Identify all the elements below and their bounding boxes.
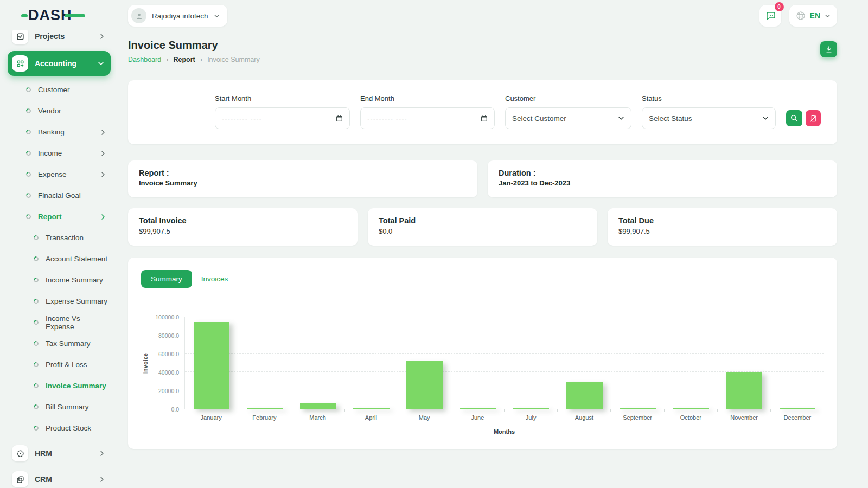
bar-slot — [558, 317, 611, 409]
start-month-input[interactable]: --------- ---- — [215, 107, 350, 129]
language-selector[interactable]: EN — [789, 5, 837, 27]
customer-label: Customer — [505, 94, 631, 102]
chart-tabs: Summary Invoices — [141, 270, 824, 288]
tab-invoices[interactable]: Invoices — [201, 275, 228, 283]
download-button[interactable] — [820, 41, 837, 57]
total-invoice-card: Total Invoice $99,907.5 — [128, 208, 358, 246]
y-tick-label: 100000.0 — [155, 314, 179, 320]
tab-summary[interactable]: Summary — [141, 270, 192, 288]
customer-select-value: Select Customer — [512, 114, 566, 123]
sidebar-item-bill-summary[interactable]: Bill Summary — [8, 396, 111, 418]
language-code: EN — [810, 11, 820, 20]
status-select-value: Select Status — [649, 114, 692, 123]
sidebar-item-finacial-goal[interactable]: Finacial Goal — [8, 185, 111, 206]
duration-info-value: Jan-2023 to Dec-2023 — [499, 179, 826, 187]
total-paid-card: Total Paid $0.0 — [368, 208, 597, 246]
apply-filter-button[interactable] — [786, 110, 802, 126]
reset-filter-button[interactable] — [806, 110, 821, 126]
bullet-icon — [25, 86, 32, 93]
sidebar-item-customer[interactable]: Customer — [8, 79, 111, 100]
total-due-value: $99,907.5 — [618, 227, 826, 235]
bullet-icon — [33, 382, 40, 389]
bar-june[interactable] — [460, 408, 496, 409]
bar-november[interactable] — [726, 372, 762, 409]
bar-december[interactable] — [780, 408, 816, 409]
x-axis-title: Months — [141, 428, 824, 435]
logo-left-dash-icon — [21, 14, 28, 17]
sidebar-item-banking[interactable]: Banking — [8, 121, 111, 143]
bullet-icon — [33, 298, 40, 305]
bullet-icon — [25, 171, 32, 178]
bar-april[interactable] — [353, 408, 390, 409]
y-tick-label: 80000.0 — [158, 332, 179, 339]
end-month-input[interactable]: --------- ---- — [360, 107, 495, 129]
sidebar: DASH Projects Accounting — [0, 0, 116, 488]
bullet-icon — [33, 234, 40, 241]
sidebar-item-label: Profit & Loss — [46, 361, 87, 369]
bars-row — [185, 317, 824, 409]
chevron-right-icon — [101, 129, 105, 136]
messages-button[interactable]: 0 — [760, 5, 781, 27]
sidebar-item-expense-summary[interactable]: Expense Summary — [8, 291, 111, 312]
bar-july[interactable] — [513, 408, 550, 409]
sidebar-item-income[interactable]: Income — [8, 143, 111, 164]
page-title: Invoice Summary — [128, 39, 260, 52]
sidebar-item-hrm[interactable]: HRM — [8, 441, 111, 466]
bar-slot — [291, 317, 344, 409]
bar-september[interactable] — [620, 408, 656, 409]
sidebar-item-transaction[interactable]: Transaction — [8, 227, 111, 248]
sidebar-item-label: Customer — [38, 86, 70, 94]
total-paid-value: $0.0 — [379, 227, 586, 235]
bar-slot — [505, 317, 558, 409]
status-select[interactable]: Select Status — [642, 107, 776, 129]
status-label: Status — [642, 94, 776, 102]
start-month-label: Start Month — [215, 94, 350, 102]
top-header: Rajodiya infotech 0 EN — [128, 0, 837, 31]
sidebar-item-vendor[interactable]: Vendor — [8, 100, 111, 121]
company-selector[interactable]: Rajodiya infotech — [128, 5, 227, 27]
sidebar-item-crm[interactable]: CRM — [8, 467, 111, 488]
bar-october[interactable] — [673, 408, 709, 409]
sidebar-item-tax-summary[interactable]: Tax Summary — [8, 333, 111, 354]
bar-january[interactable] — [194, 322, 230, 409]
app-logo[interactable]: DASH — [28, 7, 72, 24]
chevron-down-icon — [762, 116, 769, 120]
bullet-icon — [33, 319, 40, 326]
bar-march[interactable] — [300, 403, 336, 409]
sidebar-item-income-summary[interactable]: Income Summary — [8, 269, 111, 291]
sidebar-item-income-vs-expense[interactable]: Income Vs Expense — [8, 312, 111, 333]
x-tick-label: June — [451, 414, 504, 421]
sidebar-item-product-stock[interactable]: Product Stock — [8, 418, 111, 439]
duration-info-card: Duration : Jan-2023 to Dec-2023 — [488, 160, 837, 197]
bar-february[interactable] — [247, 408, 283, 409]
start-month-placeholder: --------- ---- — [222, 114, 262, 123]
sidebar-item-report[interactable]: Report — [8, 206, 111, 227]
sidebar-item-label: HRM — [35, 449, 52, 458]
sidebar-item-expense[interactable]: Expense — [8, 164, 111, 185]
bar-august[interactable] — [566, 382, 603, 409]
y-axis-ticks: 0.020000.040000.060000.080000.0100000.0 — [152, 317, 184, 409]
customer-select[interactable]: Select Customer — [505, 107, 631, 129]
sidebar-item-invoice-summary[interactable]: Invoice Summary — [8, 375, 111, 396]
total-invoice-value: $99,907.5 — [139, 227, 347, 235]
sidebar-item-projects[interactable]: Projects — [8, 30, 111, 49]
sidebar-item-accounting[interactable]: Accounting — [8, 51, 111, 76]
bar-may[interactable] — [406, 361, 443, 409]
bar-slot — [345, 317, 398, 409]
download-icon — [825, 46, 833, 53]
check-square-icon — [12, 30, 28, 44]
breadcrumb-report[interactable]: Report — [174, 56, 195, 63]
info-row: Report : Invoice Summary Duration : Jan-… — [128, 160, 837, 197]
title-row: Invoice Summary Dashboard › Report › Inv… — [128, 39, 837, 63]
sidebar-item-account-statement[interactable]: Account Statement — [8, 248, 111, 269]
chevron-right-icon — [100, 33, 104, 40]
x-tick-label: January — [184, 414, 238, 421]
chart-card: Summary Invoices Invoice 0.020000.040000… — [128, 258, 837, 449]
sidebar-item-profit-loss[interactable]: Profit & Loss — [8, 354, 111, 375]
bullet-icon — [33, 255, 40, 262]
bullet-icon — [25, 192, 32, 199]
y-axis-title: Invoice — [142, 353, 149, 374]
breadcrumb-dashboard[interactable]: Dashboard — [128, 56, 161, 63]
dashed-circle-icon — [12, 445, 28, 461]
search-icon — [790, 114, 798, 122]
